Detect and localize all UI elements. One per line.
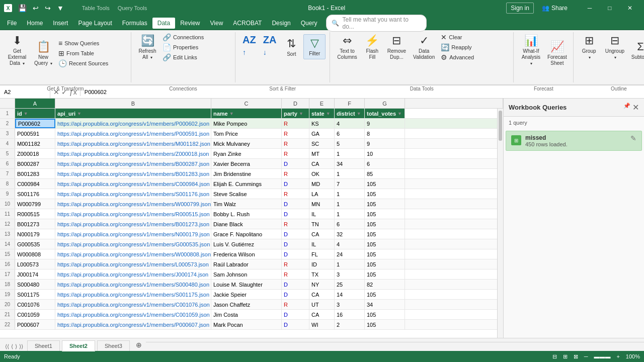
- data-validation-button[interactable]: ✓ DataValidation: [410, 32, 438, 62]
- cell-8-E[interactable]: MD: [309, 179, 335, 189]
- cell-14-F[interactable]: 4: [335, 239, 365, 249]
- table-row[interactable]: 12 B001273 https://api.propublica.org/co…: [0, 219, 497, 229]
- cell-8-F[interactable]: 7: [335, 179, 365, 189]
- cell-20-D[interactable]: R: [282, 300, 309, 309]
- cell-7-C[interactable]: Jim Bridenstine: [211, 169, 282, 178]
- cell-2-A[interactable]: P000602: [15, 119, 55, 128]
- redo-button[interactable]: ↪: [43, 3, 53, 13]
- cell-1-C[interactable]: name ▼: [211, 109, 282, 118]
- table-row[interactable]: 22 P000607 https://api.propublica.org/co…: [0, 320, 497, 330]
- filter-button[interactable]: ▽ Filter: [303, 34, 326, 59]
- cell-20-F[interactable]: 3: [335, 300, 365, 309]
- cell-6-G[interactable]: 6: [365, 159, 405, 168]
- cell-5-G[interactable]: 10: [365, 149, 405, 158]
- cell-6-F[interactable]: 34: [335, 159, 365, 168]
- cell-10-E[interactable]: MN: [309, 199, 335, 209]
- cell-11-E[interactable]: IL: [309, 209, 335, 219]
- cell-6-D[interactable]: D: [282, 159, 309, 168]
- cell-21-F[interactable]: 16: [335, 310, 365, 319]
- view-layout-icon[interactable]: ⊞: [563, 353, 568, 360]
- table-row[interactable]: 11 R000515 https://api.propublica.org/co…: [0, 209, 497, 219]
- wq-item-missed[interactable]: ⊞ missed 450 rows loaded. ✎: [506, 131, 642, 151]
- cell-13-G[interactable]: 105: [365, 229, 405, 239]
- cell-4-B[interactable]: https://api.propublica.org/congress/v1/m…: [55, 139, 211, 148]
- cell-1-B[interactable]: api_uri ▼: [55, 109, 211, 118]
- cell-21-A[interactable]: C001059: [15, 310, 55, 319]
- table-row[interactable]: 9 S001176 https://api.propublica.org/con…: [0, 189, 497, 199]
- table-row[interactable]: 13 N000179 https://api.propublica.org/co…: [0, 229, 497, 239]
- refresh-all-button[interactable]: 🔄 RefreshAll ▾: [135, 32, 159, 62]
- row-num-21[interactable]: 21: [0, 310, 15, 319]
- row-num-16[interactable]: 16: [0, 259, 15, 269]
- cell-19-E[interactable]: CA: [309, 290, 335, 299]
- subtotal-button[interactable]: Σ Subtotal: [629, 38, 644, 62]
- cell-18-B[interactable]: https://api.propublica.org/congress/v1/m…: [55, 280, 211, 289]
- cell-17-G[interactable]: 105: [365, 269, 405, 279]
- menu-view[interactable]: View: [205, 18, 228, 29]
- cell-21-B[interactable]: https://api.propublica.org/congress/v1/m…: [55, 310, 211, 319]
- row-num-12[interactable]: 12: [0, 219, 15, 229]
- cell-7-F[interactable]: 1: [335, 169, 365, 178]
- edit-links-button[interactable]: 🔗 Edit Links: [160, 52, 231, 62]
- row-num-17[interactable]: 17: [0, 269, 15, 279]
- cell-22-G[interactable]: 105: [365, 320, 405, 329]
- sort-button[interactable]: ⇅ Sort: [280, 35, 302, 59]
- cell-2-B[interactable]: https://api.propublica.org/congress/v1/m…: [55, 119, 211, 128]
- cell-14-D[interactable]: D: [282, 239, 309, 249]
- cell-1-D[interactable]: party ▼: [282, 109, 309, 118]
- cell-10-F[interactable]: 1: [335, 199, 365, 209]
- table-row[interactable]: 21 C001059 https://api.propublica.org/co…: [0, 310, 497, 320]
- cell-9-E[interactable]: LA: [309, 189, 335, 199]
- table-row[interactable]: 3 P000591 https://api.propublica.org/con…: [0, 129, 497, 139]
- cell-17-A[interactable]: J000174: [15, 269, 55, 279]
- cell-11-B[interactable]: https://api.propublica.org/congress/v1/m…: [55, 209, 211, 219]
- row-num-6[interactable]: 6: [0, 159, 15, 168]
- sheet-last-button[interactable]: ⟩⟩: [19, 343, 23, 350]
- cell-12-F[interactable]: 6: [335, 219, 365, 229]
- row-num-5[interactable]: 5: [0, 149, 15, 158]
- cell-15-B[interactable]: https://api.propublica.org/congress/v1/m…: [55, 249, 211, 259]
- row-num-19[interactable]: 19: [0, 290, 15, 299]
- cell-21-E[interactable]: CA: [309, 310, 335, 319]
- col-header-F[interactable]: F: [335, 99, 365, 108]
- cell-9-B[interactable]: https://api.propublica.org/congress/v1/m…: [55, 189, 211, 199]
- cell-18-A[interactable]: S000480: [15, 280, 55, 289]
- get-external-data-button[interactable]: ⬇ Get ExternalData ▾: [4, 32, 30, 68]
- cell-19-B[interactable]: https://api.propublica.org/congress/v1/m…: [55, 290, 211, 299]
- advanced-button[interactable]: ⚙ Advanced: [439, 52, 509, 62]
- table-row[interactable]: 14 G000535 https://api.propublica.org/co…: [0, 239, 497, 249]
- row-num-22[interactable]: 22: [0, 320, 15, 329]
- tell-me-input[interactable]: 🔍 Tell me what you want to do...: [326, 15, 427, 32]
- flash-fill-button[interactable]: ⚡ FlashFill: [361, 32, 383, 62]
- cell-13-A[interactable]: N000179: [15, 229, 55, 239]
- row-num-18[interactable]: 18: [0, 280, 15, 289]
- cell-18-E[interactable]: NY: [309, 280, 335, 289]
- cell-7-E[interactable]: OK: [309, 169, 335, 178]
- new-query-button[interactable]: 📋 NewQuery ▾: [31, 38, 55, 68]
- view-normal-icon[interactable]: ⊟: [552, 353, 557, 360]
- cell-9-F[interactable]: 1: [335, 189, 365, 199]
- cell-6-A[interactable]: B000287: [15, 159, 55, 168]
- table-row[interactable]: 10 W000799 https://api.propublica.org/co…: [0, 199, 497, 209]
- menu-insert[interactable]: Insert: [48, 18, 73, 29]
- cell-3-C[interactable]: Tom Price: [211, 129, 282, 138]
- cell-11-D[interactable]: D: [282, 209, 309, 219]
- save-button[interactable]: 💾: [16, 3, 29, 13]
- cell-10-A[interactable]: W000799: [15, 199, 55, 209]
- cell-8-D[interactable]: D: [282, 179, 309, 189]
- menu-data[interactable]: Data: [152, 18, 175, 29]
- cell-13-D[interactable]: D: [282, 229, 309, 239]
- wq-close-icon[interactable]: ✕: [632, 103, 639, 112]
- close-button[interactable]: ✕: [620, 1, 640, 15]
- table-row[interactable]: 17 J000174 https://api.propublica.org/co…: [0, 269, 497, 280]
- cell-15-A[interactable]: W000808: [15, 249, 55, 259]
- cell-16-C[interactable]: Raúl Labrador: [211, 259, 282, 269]
- clear-button[interactable]: ✕ Clear: [439, 32, 509, 42]
- cell-15-D[interactable]: D: [282, 249, 309, 259]
- cell-20-G[interactable]: 34: [365, 300, 405, 309]
- cell-2-C[interactable]: Mike Pompeo: [211, 119, 282, 128]
- cell-9-G[interactable]: 105: [365, 189, 405, 199]
- cell-11-A[interactable]: R000515: [15, 209, 55, 219]
- cell-13-B[interactable]: https://api.propublica.org/congress/v1/m…: [55, 229, 211, 239]
- view-page-break-icon[interactable]: ⊠: [574, 353, 578, 360]
